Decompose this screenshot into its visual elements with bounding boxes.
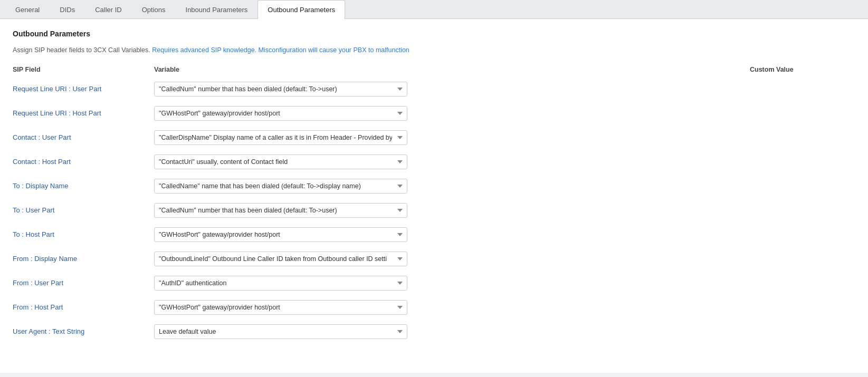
variable-select-wrap: "CalledNum" number that has been dialed … [150, 227, 750, 242]
table-row: From : Display Name"CalledNum" number th… [13, 249, 855, 268]
section-title: Outbound Parameters [13, 30, 855, 38]
variable-select-wrap: "CalledNum" number that has been dialed … [150, 154, 750, 169]
tab-bar: GeneralDIDsCaller IDOptionsInbound Param… [0, 0, 868, 19]
rows-container: Request Line URI : User Part"CalledNum" … [13, 80, 855, 341]
description-warning: Requires advanced SIP knowledge. Misconf… [152, 46, 409, 54]
variable-select[interactable]: "CalledNum" number that has been dialed … [154, 252, 407, 266]
table-row: From : Host Part"CalledNum" number that … [13, 298, 855, 317]
column-headers: SIP Field Variable Custom Value [13, 66, 855, 75]
variable-select[interactable]: "CalledNum" number that has been dialed … [154, 179, 407, 194]
variable-select[interactable]: "CalledNum" number that has been dialed … [154, 154, 407, 169]
tab-caller-id[interactable]: Caller ID [85, 0, 132, 19]
variable-select-wrap: "CalledNum" number that has been dialed … [150, 106, 750, 121]
description-static: Assign SIP header fields to 3CX Call Var… [13, 46, 150, 54]
sip-field-label: From : Host Part [13, 303, 150, 311]
table-row: From : User Part"CalledNum" number that … [13, 274, 855, 293]
variable-select[interactable]: "CalledNum" number that has been dialed … [154, 300, 407, 315]
tab-dids[interactable]: DIDs [50, 0, 85, 19]
sip-field-label: Contact : User Part [13, 133, 150, 141]
table-row: Contact : User Part"CalledNum" number th… [13, 128, 855, 147]
table-row: Contact : Host Part"CalledNum" number th… [13, 152, 855, 171]
sip-field-label: To : Display Name [13, 182, 150, 190]
description: Assign SIP header fields to 3CX Call Var… [13, 45, 855, 55]
table-row: To : Display Name"CalledNum" number that… [13, 177, 855, 196]
variable-select[interactable]: "CalledNum" number that has been dialed … [154, 276, 407, 291]
table-row: To : Host Part"CalledNum" number that ha… [13, 225, 855, 244]
tab-options[interactable]: Options [132, 0, 176, 19]
table-row: To : User Part"CalledNum" number that ha… [13, 201, 855, 220]
tab-general[interactable]: General [5, 0, 50, 19]
variable-select-wrap: "CalledNum" number that has been dialed … [150, 179, 750, 194]
sip-field-label: To : Host Part [13, 230, 150, 238]
col-sip-header: SIP Field [13, 66, 150, 73]
variable-select[interactable]: "CalledNum" number that has been dialed … [154, 130, 407, 145]
table-row: User Agent : Text String"CalledNum" numb… [13, 322, 855, 341]
col-custom-header: Custom Value [750, 66, 855, 73]
sip-field-label: Request Line URI : Host Part [13, 109, 150, 117]
variable-select-wrap: "CalledNum" number that has been dialed … [150, 300, 750, 315]
sip-field-label: Contact : Host Part [13, 158, 150, 166]
tab-inbound-parameters[interactable]: Inbound Parameters [176, 0, 258, 19]
variable-select-wrap: "CalledNum" number that has been dialed … [150, 276, 750, 291]
table-row: Request Line URI : User Part"CalledNum" … [13, 80, 855, 99]
col-variable-header: Variable [150, 66, 750, 73]
sip-field-label: Request Line URI : User Part [13, 85, 150, 93]
sip-field-label: From : User Part [13, 279, 150, 287]
tab-outbound-parameters[interactable]: Outbound Parameters [257, 0, 345, 19]
variable-select-wrap: "CalledNum" number that has been dialed … [150, 252, 750, 266]
variable-select-wrap: "CalledNum" number that has been dialed … [150, 324, 750, 339]
table-row: Request Line URI : Host Part"CalledNum" … [13, 104, 855, 123]
variable-select[interactable]: "CalledNum" number that has been dialed … [154, 203, 407, 218]
main-content: Outbound Parameters Assign SIP header fi… [0, 19, 868, 373]
variable-select-wrap: "CalledNum" number that has been dialed … [150, 130, 750, 145]
sip-field-label: User Agent : Text String [13, 327, 150, 335]
variable-select[interactable]: "CalledNum" number that has been dialed … [154, 106, 407, 121]
variable-select[interactable]: "CalledNum" number that has been dialed … [154, 227, 407, 242]
variable-select[interactable]: "CalledNum" number that has been dialed … [154, 82, 407, 96]
sip-field-label: To : User Part [13, 206, 150, 214]
sip-field-label: From : Display Name [13, 255, 150, 263]
variable-select[interactable]: "CalledNum" number that has been dialed … [154, 324, 407, 339]
variable-select-wrap: "CalledNum" number that has been dialed … [150, 82, 750, 96]
variable-select-wrap: "CalledNum" number that has been dialed … [150, 203, 750, 218]
